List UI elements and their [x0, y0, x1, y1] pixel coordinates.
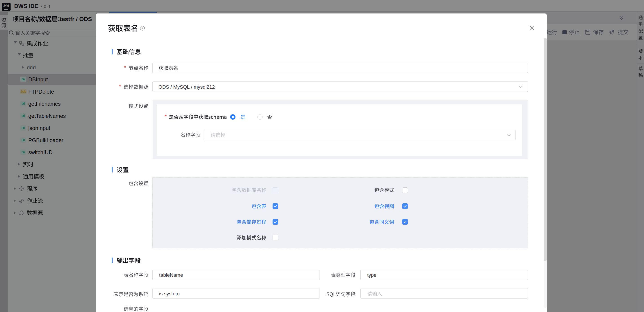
svg-text:?: ? — [142, 26, 143, 30]
